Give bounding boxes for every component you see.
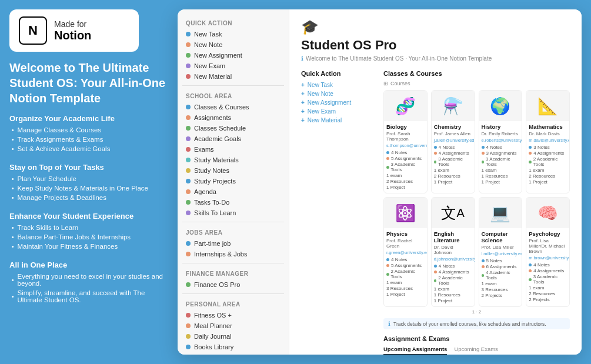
- sidebar-item-tasks-todo[interactable]: Tasks To-Do: [182, 197, 284, 208]
- qa-new-note[interactable]: New Note: [301, 89, 372, 98]
- sidebar-item-new-task[interactable]: New Task: [182, 29, 284, 39]
- sidebar-item-label: Books Library: [194, 343, 233, 350]
- sidebar-item-habits-tracker[interactable]: Habits Tracker: [182, 352, 284, 355]
- course-card-chemistry[interactable]: ⚗️ Chemistry Prof. James Allen j.allen@u…: [431, 90, 475, 193]
- courses-grid-row2: ⚛️ Physics Prof. Rachel Green r.green@un…: [383, 197, 570, 307]
- sidebar-item-label: New Material: [194, 73, 232, 80]
- course-name: Biology: [386, 123, 425, 130]
- sidebar-item-label: Study Materials: [194, 156, 239, 163]
- classes-heading: Classes & Courses: [383, 70, 570, 77]
- list-item: Track Assignments & Exams: [12, 135, 168, 144]
- course-card-english[interactable]: 文A English Literature Dr. David Johnson …: [431, 197, 475, 307]
- course-image-mathematics: 📐: [526, 91, 569, 121]
- sidebar-item-parttime-job[interactable]: Part-time job: [182, 238, 284, 249]
- course-card-psychology[interactable]: 🧠 Psychology Prof. Lisa Miller/Dr. Micha…: [526, 197, 570, 307]
- course-stat: 5 Notes: [482, 258, 520, 263]
- sidebar-item-books-library[interactable]: Books Library: [182, 342, 284, 352]
- sidebar-item-classes-courses[interactable]: Classes & Courses: [182, 102, 284, 112]
- course-stat: 1 Project: [386, 292, 425, 297]
- tab-upcoming-assignments[interactable]: Upcoming Assignments: [383, 346, 447, 355]
- course-prof: Prof. Lisa Miller/Dr. Michael Brown: [529, 238, 567, 254]
- dot-icon: [186, 313, 191, 318]
- notion-window: Quick Action New Task New Note New Assig…: [178, 9, 582, 355]
- sidebar-item-label: Part-time job: [194, 240, 231, 247]
- course-stat: 1 Resources: [482, 173, 520, 179]
- course-email: l.miller@university.edu: [482, 251, 520, 256]
- course-stat: 4 Notes: [386, 257, 425, 262]
- course-image-chemistry: ⚗️: [432, 91, 475, 121]
- course-body-chemistry: Chemistry Prof. James Allen j.allen@univ…: [432, 121, 475, 188]
- qa-new-exam[interactable]: New Exam: [301, 107, 372, 116]
- dot-icon: [186, 179, 191, 183]
- quick-action-main: Quick Action New Task New Note New Assig…: [301, 70, 372, 355]
- sidebar-item-fitness[interactable]: Fitness OS +: [182, 310, 284, 320]
- list-item: Manage Projects & Deadlines: [12, 193, 168, 202]
- sidebar-divider: [182, 85, 284, 86]
- qa-new-task[interactable]: New Task: [301, 81, 372, 89]
- sidebar-item-new-material[interactable]: New Material: [182, 71, 284, 82]
- sidebar-item-study-materials[interactable]: Study Materials: [182, 155, 284, 165]
- course-stat: 1 Project: [434, 298, 472, 303]
- qa-new-assignment[interactable]: New Assignment: [301, 98, 372, 107]
- course-body-cs: Computer Science Prof. Lisa Miller l.mil…: [479, 228, 522, 301]
- sidebar-item-exams[interactable]: Exams: [182, 144, 284, 155]
- course-body-history: History Dr. Emily Roberts e.roberts@univ…: [479, 121, 522, 188]
- course-email: s.thompson@university.edu: [386, 143, 425, 148]
- course-stat: 5 Assignments: [386, 263, 425, 268]
- allinone-list: Everything you need to excel in your stu…: [9, 272, 168, 305]
- sidebar-item-skills-to-learn[interactable]: Skills To Learn: [182, 208, 284, 218]
- course-card-biology[interactable]: 🧬 Biology Prof. Sarah Thompson s.thompso…: [383, 90, 428, 193]
- list-item: Plan Your Schedule: [12, 174, 168, 183]
- list-item: Simplify, streamline, and succeed with T…: [12, 288, 168, 305]
- sidebar-divider: [182, 263, 284, 263]
- course-stat: 5 Assignments: [386, 156, 425, 161]
- course-email: e.roberts@university.edu: [482, 138, 520, 143]
- course-stat: 1 exam: [529, 285, 567, 290]
- dot-icon: [186, 32, 191, 36]
- course-stat: 2 Resources: [386, 179, 425, 184]
- sidebar-item-internships[interactable]: Internships & Jobs: [182, 249, 284, 259]
- course-card-cs[interactable]: 💻 Computer Science Prof. Lisa Miller l.m…: [479, 197, 523, 307]
- course-stat: 2 Resources: [434, 173, 472, 179]
- course-stat: 4 Assignments: [434, 151, 472, 156]
- course-stat: 2 Academic Tools: [434, 275, 472, 286]
- list-item: Balance Part-Time Jobs & Internships: [12, 232, 168, 242]
- qa-new-material[interactable]: New Material: [301, 116, 372, 125]
- sidebar-item-new-assignment[interactable]: New Assignment: [182, 50, 284, 61]
- course-stat: 2 Resources: [529, 173, 567, 179]
- table-icon: ⊞: [383, 81, 388, 86]
- page-icon: 🎓: [301, 19, 570, 35]
- course-card-mathematics[interactable]: 📐 Mathematics Dr. Mark Davis m.davis@uni…: [526, 90, 570, 193]
- sidebar-item-label: New Exam: [194, 62, 225, 69]
- sidebar-item-label: Academic Goals: [194, 135, 241, 142]
- course-body-english: English Literature Dr. David Johnson d.j…: [432, 228, 475, 306]
- course-stat: 2 Academic Tools: [386, 269, 425, 279]
- sidebar-item-new-note[interactable]: New Note: [182, 39, 284, 50]
- dot-icon: [186, 53, 191, 58]
- course-card-history[interactable]: 🌍 History Dr. Emily Roberts e.roberts@un…: [479, 90, 523, 193]
- sidebar-item-study-notes[interactable]: Study Notes: [182, 165, 284, 176]
- sidebar-item-academic-goals[interactable]: Academic Goals: [182, 133, 284, 144]
- dot-icon: [186, 74, 191, 79]
- pagination-tabs[interactable]: 1 · 2: [383, 309, 570, 315]
- tab-upcoming-exams[interactable]: Upcoming Exams: [454, 346, 497, 355]
- academic-list: Manage Classes & Courses Track Assignmen…: [9, 125, 168, 153]
- course-stat: 3 Assignments: [482, 151, 520, 156]
- course-body-mathematics: Mathematics Dr. Mark Davis m.davis@unive…: [526, 121, 569, 188]
- sidebar-item-study-projects[interactable]: Study Projects: [182, 176, 284, 186]
- sidebar-item-classes-schedule[interactable]: Classes Schedule: [182, 123, 284, 133]
- course-name: Physics: [386, 231, 425, 237]
- left-title: Welcome to The Ultimate Student OS: Your…: [9, 60, 168, 106]
- sidebar-item-finance-os[interactable]: Finance OS Pro: [182, 279, 284, 290]
- list-item: Set & Achieve Academic Goals: [12, 144, 168, 153]
- sidebar-item-label: New Note: [194, 41, 222, 48]
- dot-icon: [186, 168, 191, 173]
- section-title-allinone: All in One Place: [9, 261, 168, 269]
- sidebar-item-agenda[interactable]: Agenda: [182, 186, 284, 197]
- sidebar-item-meal-planner[interactable]: Meal Planner: [182, 320, 284, 331]
- sidebar-item-daily-journal[interactable]: Daily Journal: [182, 331, 284, 342]
- sidebar-item-new-exam[interactable]: New Exam: [182, 61, 284, 71]
- sidebar-item-assignments[interactable]: Assignments: [182, 112, 284, 123]
- course-card-physics[interactable]: ⚛️ Physics Prof. Rachel Green r.green@un…: [383, 197, 428, 307]
- quick-action-heading: Quick Action: [301, 70, 372, 77]
